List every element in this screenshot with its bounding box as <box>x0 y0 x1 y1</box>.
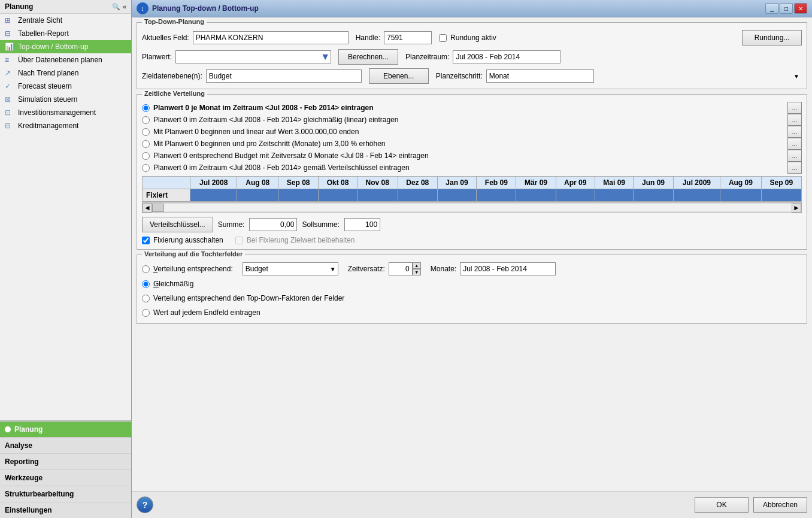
sidebar-item-label: Top-down / Bottom-up <box>18 43 88 51</box>
close-button[interactable]: ✕ <box>794 3 807 14</box>
col-jun09: Jun 09 <box>634 177 673 189</box>
sidebar-item-forecast[interactable]: ✓ Forecast steuern <box>0 80 131 93</box>
planzeitraum-input[interactable] <box>453 50 560 63</box>
ellipsis-btn-4[interactable]: ... <box>787 138 802 150</box>
radio-2-input[interactable] <box>142 116 150 124</box>
verteilung-select[interactable]: BudgetIst <box>243 262 338 275</box>
ebenen-button[interactable]: Ebenen... <box>369 68 429 84</box>
fixiert-cell-13 <box>673 189 720 202</box>
verteilung-entsprechend-radio[interactable] <box>142 265 150 273</box>
col-okt08: Okt 08 <box>319 177 357 189</box>
planwert-input[interactable] <box>175 50 331 63</box>
topdown-faktoren-row: Verteilung entsprechend den Top-Down-Fak… <box>142 292 802 304</box>
sidebar-item-trend[interactable]: ↗ Nach Trend planen <box>0 66 131 80</box>
minimize-button[interactable]: _ <box>765 3 778 14</box>
aktuelles-feld-input[interactable] <box>193 31 349 44</box>
gleichmaessig-radio[interactable] <box>142 280 150 288</box>
scrollbar-thumb[interactable] <box>152 204 164 212</box>
nav-label: Strukturbearbeitung <box>5 490 74 498</box>
zeitversatz-down[interactable]: ▼ <box>413 269 421 275</box>
planzeitschritt-dropdown[interactable]: MonatQuartalJahr ▼ <box>486 69 802 83</box>
window-content: Top-Down-Planung Aktuelles Feld: Handle:… <box>132 17 812 491</box>
scroll-left-button[interactable]: ◄ <box>143 203 152 213</box>
table-icon: ⊟ <box>5 29 16 38</box>
zielebenen-input[interactable] <box>206 69 362 83</box>
sidebar-bottom: Planung Analyse Reporting Werkzeuge Stru… <box>0 420 131 518</box>
collapse-icon[interactable]: « <box>123 3 126 11</box>
sidebar-item-label: Investitionsmanagement <box>18 108 96 117</box>
handle-input[interactable] <box>384 31 432 44</box>
radio-option-6: Planwert 0 im Zeitraum <Jul 2008 - Feb 2… <box>142 162 410 174</box>
radio-5-input[interactable] <box>142 152 150 160</box>
monate-input[interactable] <box>460 262 556 275</box>
sidebar-item-datenebenen[interactable]: ≡ Über Datenebenen planen <box>0 53 131 66</box>
sidebar-item-kredit[interactable]: ⊟ Kreditmanagement <box>0 119 131 132</box>
nav-label: Einstellungen <box>5 506 52 514</box>
summe-input[interactable] <box>249 218 297 231</box>
ellipsis-btn-5[interactable]: ... <box>787 150 802 162</box>
planzeitraum-label: Planzeitraum: <box>405 53 449 61</box>
sidebar-title: Planung <box>5 2 33 11</box>
aktuelles-feld-label: Aktuelles Feld: <box>142 34 189 42</box>
window-title-text: Planung Top-down / Bottom-up <box>152 4 259 13</box>
nav-reporting[interactable]: Reporting <box>0 453 131 469</box>
bottom-bar: ? OK Abbrechen <box>132 491 812 518</box>
zeitversatz-up[interactable]: ▲ <box>413 262 421 269</box>
abbrechen-button[interactable]: Abbrechen <box>753 497 807 513</box>
fixiert-cell-10 <box>556 189 595 202</box>
fixiert-cell-4 <box>319 189 357 202</box>
planwert-spin-icon[interactable]: ▼ <box>320 52 330 62</box>
topdown-faktoren-label: Verteilung entsprechend den Top-Down-Fak… <box>153 294 344 302</box>
col-aug09: Aug 09 <box>720 177 761 189</box>
ellipsis-btn-2[interactable]: ... <box>787 114 802 126</box>
ellipsis-btn-3[interactable]: ... <box>787 126 802 138</box>
radio-6-input[interactable] <box>142 164 150 172</box>
zielebenen-row: Zieldatenebene(n): <box>142 69 362 83</box>
nav-werkzeuge[interactable]: Werkzeuge <box>0 469 131 486</box>
search-icon[interactable]: 🔍 <box>112 3 120 11</box>
scroll-right-button[interactable]: ► <box>792 203 801 213</box>
fixierung-checkbox-row: Fixierung ausschalten <box>142 236 223 244</box>
verteilschluessel-button[interactable]: Verteilschlüssel... <box>142 217 213 232</box>
fixiert-cell-6 <box>398 189 437 202</box>
sidebar-item-zentrale-sicht[interactable]: ⊞ Zentrale Sicht <box>0 14 131 27</box>
nav-analyse[interactable]: Analyse <box>0 437 131 453</box>
help-button[interactable]: ? <box>137 496 153 513</box>
main-window: ↕ Planung Top-down / Bottom-up _ □ ✕ Top… <box>132 0 812 518</box>
nav-planung[interactable]: Planung <box>0 421 131 437</box>
rundung-label: Rundung aktiv <box>450 34 496 42</box>
zeitversatz-input[interactable] <box>389 262 413 275</box>
verteilung-group: Verteilung auf die Tochterfelder Verteil… <box>137 255 807 324</box>
rundung-button[interactable]: Rundung... <box>742 30 802 46</box>
berechnen-button[interactable]: Berechnen... <box>338 49 398 65</box>
fixierung-checkbox[interactable] <box>142 237 150 244</box>
ellipsis-btn-1[interactable]: ... <box>787 102 802 114</box>
sidebar-item-investition[interactable]: ⊡ Investitionsmanagement <box>0 106 131 119</box>
rundung-checkbox[interactable] <box>439 34 447 42</box>
planzeitschritt-select[interactable]: MonatQuartalJahr <box>486 69 594 83</box>
radio-3-input[interactable] <box>142 128 150 136</box>
summe-label: Summe: <box>218 220 245 229</box>
fixiert-cell-2 <box>237 189 278 202</box>
planzeitraum-row: Planzeitraum: <box>405 50 802 63</box>
sidebar: Planung 🔍 « ⊞ Zentrale Sicht ⊟ Tabellen-… <box>0 0 132 518</box>
zeitversatz-spin: ▲ ▼ <box>389 262 421 275</box>
sidebar-item-tabellen-report[interactable]: ⊟ Tabellen-Report <box>0 27 131 40</box>
sidebar-item-simulation[interactable]: ⊠ Simulation steuern <box>0 93 131 106</box>
ok-button[interactable]: OK <box>695 497 749 513</box>
nav-strukturbearbeitung[interactable]: Strukturbearbeitung <box>0 486 131 502</box>
radio-4-input[interactable] <box>142 140 150 148</box>
col-empty <box>143 177 190 189</box>
ellipsis-btn-6[interactable]: ... <box>787 162 802 174</box>
sidebar-item-topdown[interactable]: 📊 Top-down / Bottom-up <box>0 40 131 53</box>
endfeld-radio[interactable] <box>142 309 150 317</box>
nav-einstellungen[interactable]: Einstellungen <box>0 502 131 518</box>
radio-1-input[interactable] <box>142 104 150 112</box>
fixiert-cell-8 <box>477 189 516 202</box>
grid-icon: ⊞ <box>5 16 16 25</box>
sollsumme-input[interactable] <box>344 218 380 231</box>
verteilung-dropdown[interactable]: BudgetIst ▼ <box>243 262 338 275</box>
topdown-faktoren-radio[interactable] <box>142 295 150 302</box>
maximize-button[interactable]: □ <box>780 3 793 14</box>
verteilung-entsprechend-row: Verteilung entsprechend: <box>142 263 233 275</box>
